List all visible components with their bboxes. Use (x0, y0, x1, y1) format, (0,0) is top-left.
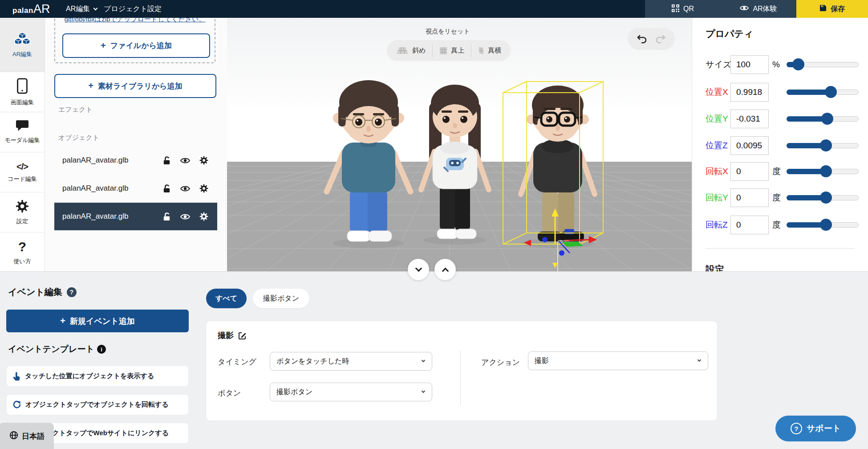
slider-handle[interactable] (820, 219, 832, 231)
sidebar-item-help[interactable]: ?使い方 (0, 233, 45, 271)
info-icon[interactable]: i (97, 345, 106, 354)
grid-top-icon (439, 47, 447, 55)
language-button[interactable]: 日本語 (0, 423, 54, 449)
save-button[interactable]: 保存 (796, 0, 868, 18)
nav-project-settings[interactable]: プロジェクト設定 (104, 0, 162, 18)
event-tab-撮影ボタン[interactable]: 撮影ボタン (253, 289, 309, 308)
button-value: 撮影ボタン (276, 388, 312, 397)
timing-label: タイミング (218, 357, 256, 367)
property-slider[interactable] (787, 143, 859, 148)
property-value-input[interactable]: 0 (730, 216, 769, 234)
language-label: 日本語 (22, 431, 45, 441)
button-select[interactable]: 撮影ボタン (270, 383, 432, 401)
plus-icon: + (88, 81, 93, 90)
question-icon: ? (18, 239, 26, 254)
save-icon (819, 4, 827, 13)
ar-preview-button[interactable]: AR体験 (721, 0, 796, 18)
visibility-toggle-button[interactable] (180, 213, 190, 220)
sidebar-item-modal-edit[interactable]: モーダル編集 (0, 112, 45, 152)
lock-toggle-button[interactable] (162, 184, 171, 193)
property-slider[interactable] (787, 116, 859, 122)
app-logo[interactable]: palan AR (12, 0, 50, 18)
add-event-button[interactable]: + 新規イベント追加 (6, 310, 189, 332)
sidebar-item-ar-edit[interactable]: AR編集 (0, 18, 45, 72)
property-value-input[interactable]: 0.0095 (730, 136, 769, 155)
slider-handle[interactable] (820, 165, 832, 177)
undo-button[interactable] (636, 34, 648, 44)
property-value-input[interactable]: 0.9918 (730, 83, 769, 102)
property-slider[interactable] (787, 169, 859, 174)
upload-hint-link[interactable]: gltf/obj/fbxはzipでアップロードしてください。 (55, 18, 215, 24)
object-settings-button[interactable] (199, 212, 208, 221)
add-from-library-button[interactable]: + 素材ライブラリから追加 (54, 74, 216, 98)
view-button-真横[interactable]: 真横 (471, 44, 508, 57)
support-button[interactable]: ? サポート (775, 416, 856, 441)
timing-select[interactable]: ボタンをタッチした時 (270, 352, 432, 371)
visibility-toggle-button[interactable] (180, 185, 190, 192)
slider-handle[interactable] (820, 139, 832, 151)
event-template-button[interactable]: オブジェクトタップでオブジェクトを回転する (6, 394, 189, 415)
chevron-up-icon (442, 267, 449, 274)
gear-icon (16, 200, 29, 214)
property-unit: % (772, 60, 780, 69)
avatar-2[interactable] (421, 85, 489, 239)
history-toolbar (628, 28, 675, 50)
slider-handle[interactable] (820, 192, 832, 204)
property-row: 位置Y-0.031 (692, 109, 868, 129)
code-icon: </> (16, 162, 28, 171)
property-slider[interactable] (787, 62, 859, 67)
property-value-input[interactable]: 100 (730, 55, 769, 74)
view-button-label: 真上 (451, 46, 464, 55)
view-button-真上[interactable]: 真上 (432, 44, 471, 57)
eye-icon (180, 185, 190, 192)
property-unit: 度 (772, 192, 781, 204)
slider-handle[interactable] (792, 58, 804, 70)
sidebar-item-settings[interactable]: 設定 (0, 192, 45, 233)
globe-icon (9, 431, 18, 442)
nav-ar-edit-menu[interactable]: AR編集 (66, 0, 97, 18)
property-value-input[interactable]: 0 (730, 188, 769, 207)
action-label: アクション (481, 357, 520, 367)
add-from-file-button[interactable]: + ファイルから追加 (62, 33, 210, 58)
upload-dropzone[interactable]: gltf/obj/fbxはzipでアップロードしてください。 + ファイルから追… (54, 18, 215, 63)
slider-handle[interactable] (821, 113, 833, 125)
event-tab-すべて[interactable]: すべて (206, 289, 247, 308)
property-row: サイズ100% (692, 55, 868, 74)
lock-open-icon (162, 212, 171, 221)
bubble-icon (16, 120, 29, 133)
sidebar-item-code-edit[interactable]: </>コード編集 (0, 152, 45, 192)
button-label: ボタン (218, 388, 241, 398)
chevron-down-icon (422, 359, 425, 362)
property-value-input[interactable]: 0 (730, 162, 769, 181)
property-label: サイズ (706, 59, 731, 70)
avatar-1[interactable] (327, 80, 410, 241)
object-settings-button[interactable] (199, 156, 208, 165)
qr-button[interactable]: QR (645, 0, 721, 18)
avatar-3-selected[interactable] (521, 86, 595, 241)
lock-toggle-button[interactable] (162, 156, 171, 165)
object-row[interactable]: palanAR_avatar.glb (54, 147, 217, 174)
topbar-tools: QR AR体験 (645, 0, 796, 18)
property-value-input[interactable]: -0.031 (730, 110, 769, 128)
help-circle-icon[interactable]: ? (67, 287, 77, 297)
collapse-event-panel-button[interactable] (408, 259, 429, 280)
3d-viewport[interactable]: 視点をリセット 斜め真上真横 (227, 18, 692, 271)
eye-icon (180, 213, 190, 220)
slider-handle[interactable] (825, 86, 837, 98)
property-slider[interactable] (787, 195, 859, 200)
sidebar-item-screen-edit[interactable]: 画面編集 (0, 72, 45, 112)
property-slider[interactable] (787, 222, 859, 228)
event-template-button[interactable]: タッチした位置にオブジェクトを表示する (6, 366, 189, 387)
action-select[interactable]: 撮影 (528, 351, 708, 370)
object-row[interactable]: palanAR_avatar.glb (54, 203, 217, 230)
redo-button[interactable] (655, 34, 666, 44)
view-button-斜め[interactable]: 斜め (389, 44, 432, 57)
object-row[interactable]: palanAR_avatar.glb (54, 175, 217, 202)
object-settings-button[interactable] (199, 184, 208, 193)
visibility-toggle-button[interactable] (180, 157, 190, 164)
lock-toggle-button[interactable] (162, 212, 171, 221)
edit-icon[interactable] (238, 331, 247, 340)
expand-event-panel-button[interactable] (434, 259, 456, 280)
code-icon: </> (16, 162, 28, 172)
property-slider[interactable] (787, 90, 859, 95)
